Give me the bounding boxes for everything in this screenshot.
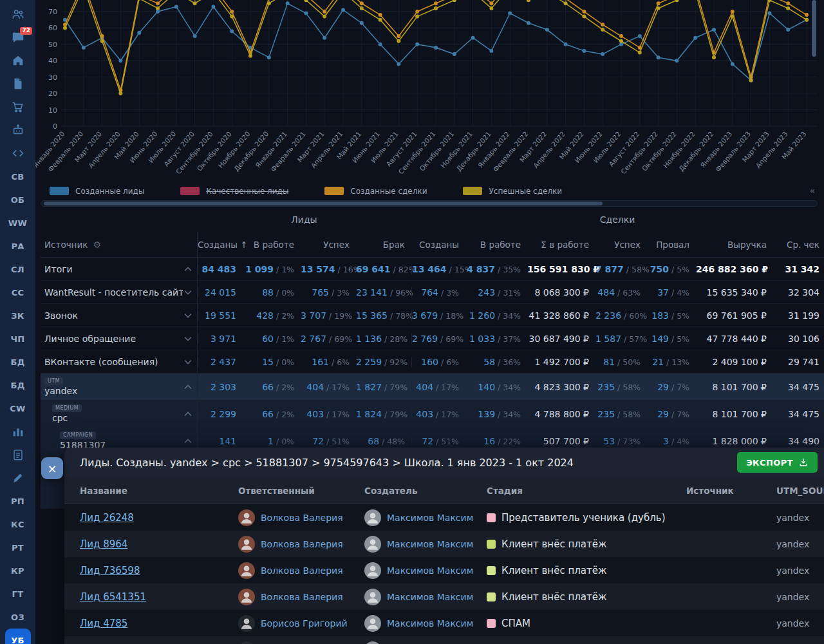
- column-header[interactable]: В работе: [465, 240, 527, 250]
- column-header[interactable]: Выручка: [696, 240, 773, 250]
- expand-caret-icon[interactable]: [183, 310, 193, 321]
- source-name[interactable]: Итоги: [44, 264, 73, 274]
- sidebar-item-g2-0[interactable]: РП: [0, 489, 35, 513]
- modal-close-button[interactable]: ×: [41, 457, 63, 479]
- sidebar-users-icon[interactable]: [0, 3, 35, 26]
- analytics-line-chart[interactable]: 706050403020100Январь 2020Февраль 2020Ма…: [35, 0, 824, 183]
- lead-link[interactable]: Лид 736598: [80, 565, 140, 576]
- sidebar-item-g1-9[interactable]: БД: [0, 374, 35, 397]
- source-name[interactable]: yandex: [44, 386, 77, 396]
- scrollbar-thumb[interactable]: [44, 202, 603, 205]
- column-header[interactable]: В работе: [243, 240, 301, 250]
- sidebar-item-g1-1[interactable]: ОБ: [0, 188, 35, 211]
- column-settings-icon[interactable]: ⚙: [93, 240, 101, 250]
- legend-item-3[interactable]: Успешные сделки: [463, 187, 562, 196]
- responsible-link[interactable]: Волкова Валерия: [261, 513, 343, 523]
- expand-caret-icon[interactable]: [183, 357, 193, 367]
- sidebar-item-g1-10[interactable]: CW: [0, 397, 35, 420]
- creator-link[interactable]: Максимов Максим: [387, 513, 473, 523]
- legend-item-2[interactable]: Созданные сделки: [324, 187, 427, 196]
- column-header[interactable]: Успех: [301, 240, 356, 250]
- column-header[interactable]: Брак: [356, 240, 411, 250]
- source-name[interactable]: cpc: [52, 413, 82, 423]
- lead-row[interactable]: Лид 736598Волкова ВалерияМаксимов Максим…: [64, 557, 824, 583]
- sidebar-item-g2-4[interactable]: ГТ: [0, 582, 35, 605]
- expand-caret-icon[interactable]: [183, 436, 193, 446]
- sidebar-item-g1-2[interactable]: WW: [0, 211, 35, 234]
- source-row[interactable]: Итоги84 4831 099 / 1%13 574 / 16%69 641 …: [41, 258, 824, 281]
- expand-caret-icon[interactable]: [183, 287, 193, 298]
- column-header[interactable]: Успех: [595, 240, 647, 250]
- responsible-link[interactable]: Волкова Валерия: [261, 592, 343, 602]
- sidebar-item-g1-5[interactable]: СС: [0, 281, 35, 304]
- column-header[interactable]: Ср. чек: [773, 240, 824, 250]
- creator-link[interactable]: Максимов Максим: [387, 565, 473, 576]
- sidebar-cart-icon[interactable]: [0, 95, 35, 118]
- source-name[interactable]: WantResult - посетитель сайта: [44, 287, 183, 298]
- lead-row[interactable]: Лид 26248Волкова ВалерияМаксимов МаксимП…: [64, 504, 824, 531]
- expand-caret-icon[interactable]: [183, 264, 193, 274]
- modal-column-header[interactable]: Создатель: [364, 486, 487, 496]
- responsible-link[interactable]: Волкова Валерия: [261, 539, 343, 549]
- sidebar-item-g2-2[interactable]: РТ: [0, 536, 35, 559]
- expand-caret-icon[interactable]: [183, 409, 193, 419]
- source-name[interactable]: Личное обращение: [44, 334, 136, 344]
- creator-link[interactable]: Максимов Максим: [387, 539, 473, 549]
- creator-link[interactable]: Максимов Максим: [387, 618, 473, 629]
- modal-column-header[interactable]: Ответственный: [238, 486, 364, 496]
- sidebar-item-active[interactable]: УБ: [5, 629, 31, 644]
- lead-link[interactable]: Лид 6541351: [80, 591, 146, 603]
- column-header[interactable]: Созданы: [411, 240, 465, 250]
- modal-column-header[interactable]: Название: [80, 486, 238, 496]
- sidebar-code-icon[interactable]: [0, 142, 35, 165]
- export-button[interactable]: ЭКСПОРТ: [737, 452, 818, 473]
- sidebar-item-g1-7[interactable]: ЧП: [0, 327, 35, 350]
- metric-cell: 403 / 17%: [301, 409, 356, 419]
- lead-link[interactable]: Лид 8964: [80, 538, 127, 550]
- sidebar-item-g2-3[interactable]: КР: [0, 559, 35, 582]
- sidebar-chat-icon[interactable]: 72: [0, 26, 35, 49]
- column-header[interactable]: Провал: [647, 240, 696, 250]
- responsible-link[interactable]: Волкова Валерия: [261, 565, 343, 576]
- sidebar-item-g1-3[interactable]: РА: [0, 234, 35, 258]
- lead-link[interactable]: Лид 4785: [80, 618, 127, 629]
- sidebar-item-g2-5[interactable]: ОЗ: [0, 605, 35, 629]
- lead-row[interactable]: Лид 4785Борисов ГригорийМаксимов МаксимС…: [64, 610, 824, 636]
- page-vertical-scrollbar[interactable]: [812, 0, 816, 193]
- sidebar-home-icon[interactable]: [0, 49, 35, 72]
- sidebar-item-g1-4[interactable]: СЛ: [0, 258, 35, 281]
- source-row[interactable]: UTMyandex2 30366 / 2%404 / 17%1 827 / 79…: [41, 374, 824, 401]
- lead-row[interactable]: Лид 6541351Волкова ВалерияМаксимов Макси…: [64, 583, 824, 610]
- chart-horizontal-scrollbar[interactable]: [41, 200, 818, 207]
- expand-caret-icon[interactable]: [183, 382, 193, 392]
- sidebar-document-icon[interactable]: [0, 72, 35, 95]
- sidebar-clipboard-icon[interactable]: [0, 443, 35, 466]
- expand-caret-icon[interactable]: [183, 334, 193, 344]
- modal-column-header[interactable]: Стадия: [487, 486, 686, 496]
- creator-link[interactable]: Максимов Максим: [387, 592, 473, 602]
- lead-row[interactable]: [64, 636, 824, 644]
- sidebar-bar-chart-icon[interactable]: [0, 420, 35, 443]
- source-name[interactable]: Звонок: [44, 310, 78, 321]
- source-row[interactable]: Звонок19 551428 / 2%3 707 / 19%15 365 / …: [41, 304, 824, 327]
- column-header[interactable]: Σ в работе: [527, 240, 595, 250]
- modal-column-header[interactable]: Источник: [686, 486, 776, 496]
- sidebar-item-g1-8[interactable]: БД: [0, 350, 35, 374]
- legend-item-1[interactable]: Качественные лиды: [180, 187, 288, 196]
- lead-row[interactable]: Лид 8964Волкова ВалерияМаксимов МаксимКл…: [64, 531, 824, 557]
- sidebar-item-g1-0[interactable]: СВ: [0, 165, 35, 188]
- legend-item-0[interactable]: Созданные лиды: [50, 187, 144, 196]
- source-row[interactable]: WantResult - посетитель сайта24 01588 / …: [41, 281, 824, 304]
- column-header[interactable]: Созданы ↑: [198, 240, 243, 250]
- modal-column-header[interactable]: UTM_SOURCE: [776, 486, 824, 496]
- source-row[interactable]: ВКонтакте (сообщения)2 43715 / 0%161 / 6…: [41, 350, 824, 374]
- source-row[interactable]: MEDIUMcpc2 29966 / 2%403 / 17%1 824 / 79…: [41, 401, 824, 428]
- source-row[interactable]: Личное обращение3 97160 / 1%2 767 / 69%1…: [41, 327, 824, 350]
- sidebar-pen-icon[interactable]: [0, 466, 35, 489]
- responsible-link[interactable]: Борисов Григорий: [261, 618, 348, 629]
- sidebar-bot-icon[interactable]: [0, 118, 35, 142]
- source-name[interactable]: ВКонтакте (сообщения): [44, 357, 158, 367]
- sidebar-item-g1-6[interactable]: ЗК: [0, 304, 35, 327]
- lead-link[interactable]: Лид 26248: [80, 512, 134, 524]
- sidebar-item-g2-1[interactable]: КС: [0, 513, 35, 536]
